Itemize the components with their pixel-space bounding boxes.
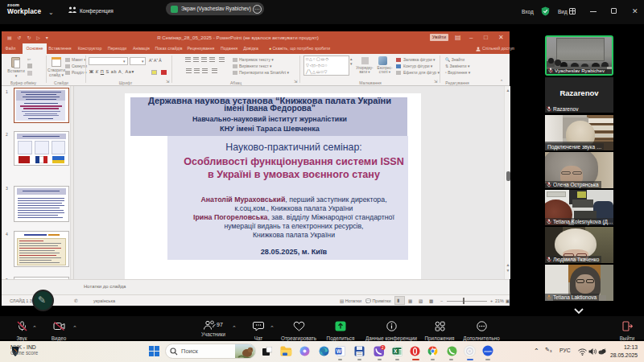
svg-text:97: 97 xyxy=(217,322,223,327)
svg-text:zoom: zoom xyxy=(484,349,492,353)
svg-text:X: X xyxy=(394,348,398,354)
svg-text:W: W xyxy=(336,348,342,354)
